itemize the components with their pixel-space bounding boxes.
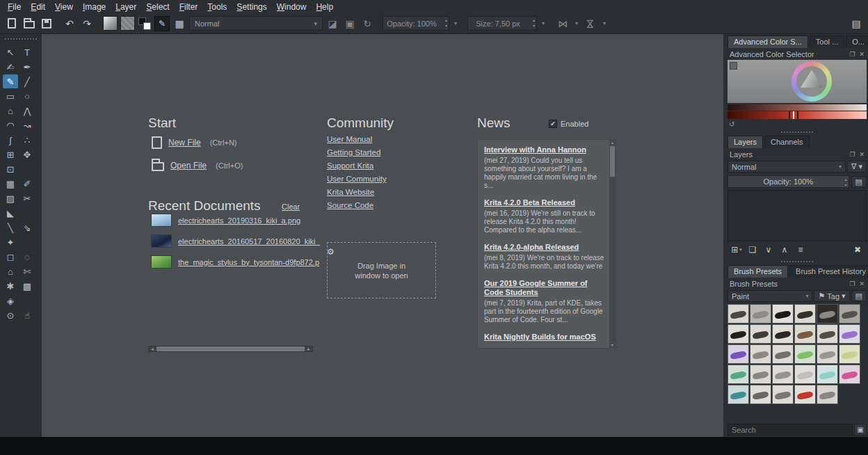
news-enabled-row[interactable]: ✔ Enabled bbox=[549, 120, 588, 128]
menu-layer[interactable]: Layer bbox=[111, 1, 141, 13]
multibrush-tool[interactable]: ∴ bbox=[19, 133, 35, 147]
scroll-down-icon[interactable]: ▾ bbox=[609, 342, 616, 348]
menu-filter[interactable]: Filter bbox=[175, 1, 203, 13]
layer-opacity-slider[interactable]: Opacity: 100% ▴▾ bbox=[728, 175, 849, 188]
gradient-tool[interactable]: ▦ bbox=[3, 177, 18, 191]
brush-preset[interactable] bbox=[794, 385, 816, 404]
clear-recent-link[interactable]: Clear bbox=[282, 202, 300, 211]
size-dropdown-button[interactable]: ▾ bbox=[539, 16, 547, 31]
opacity-slider[interactable]: Opacity: 100% ▴▾ bbox=[383, 16, 449, 31]
measure-tool[interactable]: ⇘ bbox=[19, 221, 35, 234]
brush-search-input[interactable] bbox=[728, 424, 853, 436]
bezier-curve-tool[interactable]: ◠ bbox=[3, 118, 18, 132]
recent-document-link[interactable]: electrichearts_20160517_20160820_kiki_ bbox=[178, 237, 320, 246]
brush-preset[interactable] bbox=[772, 304, 794, 324]
menu-window[interactable]: Window bbox=[272, 1, 312, 13]
new-document-button[interactable] bbox=[4, 16, 19, 31]
transform-tool[interactable]: ⊞ bbox=[3, 147, 18, 161]
brush-preset[interactable] bbox=[839, 344, 860, 364]
new-file-link[interactable]: New File bbox=[168, 138, 201, 147]
move-layer-up-button[interactable]: ∧ bbox=[779, 244, 790, 256]
shade-selector-strip[interactable] bbox=[728, 111, 867, 119]
menu-help[interactable]: Help bbox=[311, 1, 338, 13]
rectangular-selection-tool[interactable]: ◻ bbox=[3, 250, 18, 264]
brush-preset[interactable] bbox=[728, 385, 749, 404]
polyline-tool[interactable]: ⋀ bbox=[19, 104, 35, 118]
spinner-icons[interactable]: ▴▾ bbox=[533, 17, 535, 29]
open-file-link[interactable]: Open File bbox=[170, 161, 207, 170]
advanced-color-selector[interactable] bbox=[728, 60, 867, 103]
mirror-vertical-button[interactable]: ⋈ bbox=[583, 16, 598, 31]
brush-presets-chooser-button[interactable]: ▦ bbox=[172, 16, 187, 31]
open-document-button[interactable] bbox=[22, 16, 37, 31]
brush-tag-filter-combo[interactable]: Paint ▾ bbox=[728, 290, 812, 302]
delete-layer-button[interactable]: ✖ bbox=[852, 244, 863, 256]
recent-document-link[interactable]: electrichearts_20190316_kiki_a.png bbox=[178, 216, 300, 225]
fill-tool[interactable]: ◣ bbox=[3, 206, 18, 220]
brush-preset[interactable] bbox=[750, 324, 771, 344]
menu-tools[interactable]: Tools bbox=[202, 1, 232, 13]
news-item-title[interactable]: Interview with Anna Hannon bbox=[484, 145, 605, 154]
brush-preset[interactable] bbox=[728, 365, 749, 384]
add-layer-button[interactable]: ⊞▾ bbox=[731, 244, 742, 256]
news-item[interactable]: Krita 4.2.0-alpha Released (mei 8, 2019)… bbox=[484, 243, 605, 271]
brush-preset[interactable] bbox=[750, 344, 771, 364]
pattern-edit-tool[interactable]: ▨ bbox=[3, 191, 18, 205]
toolbox-spacer[interactable] bbox=[19, 162, 35, 176]
blending-options-button[interactable]: ▣ bbox=[342, 16, 357, 31]
brush-preset[interactable] bbox=[772, 344, 794, 364]
news-scrollbar[interactable]: ▴ ▾ bbox=[609, 140, 616, 348]
brush-preset[interactable] bbox=[794, 344, 816, 364]
docker-tab[interactable]: Tool ... bbox=[810, 35, 844, 48]
layer-filter-button[interactable]: ∇ ▾ bbox=[847, 161, 867, 173]
contiguous-selection-tool[interactable]: ▩ bbox=[19, 279, 35, 293]
freehand-selection-tool[interactable]: ✄ bbox=[19, 264, 35, 278]
new-file-row[interactable]: New File (Ctrl+N) bbox=[152, 136, 237, 149]
magnetic-selection-tool[interactable]: ◈ bbox=[3, 294, 18, 308]
brush-preset[interactable] bbox=[750, 385, 771, 404]
brush-preset[interactable] bbox=[794, 365, 816, 384]
reload-preset-button[interactable]: ↻ bbox=[360, 16, 375, 31]
news-item[interactable]: Krita 4.2.0 Beta Released (mei 16, 2019)… bbox=[484, 198, 605, 234]
recent-document-row[interactable]: electrichearts_20190316_kiki_a.png bbox=[151, 214, 320, 227]
search-options-button[interactable]: ▣ bbox=[854, 424, 867, 436]
scroll-right-icon[interactable]: ▸ bbox=[305, 346, 312, 351]
recent-document-row[interactable]: electrichearts_20160517_20160820_kiki_ bbox=[151, 234, 320, 248]
eraser-toggle-button[interactable]: ◪ bbox=[325, 16, 340, 31]
color-sampler-tool[interactable]: ✐ bbox=[19, 177, 35, 191]
color-wheel[interactable] bbox=[791, 61, 832, 102]
toolbox-spacer[interactable] bbox=[19, 235, 35, 249]
docker-tab[interactable]: Brush Preset History bbox=[789, 265, 868, 278]
brush-preset[interactable] bbox=[839, 365, 860, 384]
float-docker-icon[interactable]: ❐ bbox=[849, 51, 855, 58]
scroll-left-icon[interactable]: ◂ bbox=[149, 346, 156, 351]
toolbox-spacer[interactable] bbox=[19, 294, 35, 308]
brush-preset[interactable] bbox=[728, 344, 749, 364]
menu-image[interactable]: Image bbox=[78, 1, 111, 13]
docker-tab[interactable]: Advanced Color S... bbox=[728, 35, 808, 48]
link-user-manual[interactable]: User Manual bbox=[327, 135, 372, 143]
mirror-horizontal-options-button[interactable]: ▾ bbox=[572, 16, 581, 31]
layer-blending-mode-combo[interactable]: Normal ▾ bbox=[728, 161, 846, 173]
calligraphy-tool[interactable]: ✒ bbox=[19, 60, 35, 74]
opacity-dropdown-button[interactable]: ▾ bbox=[451, 16, 460, 31]
scrollbar-thumb[interactable] bbox=[610, 146, 615, 177]
reference-images-tool[interactable]: ✦ bbox=[3, 235, 18, 249]
layer-properties-button[interactable]: ≡ bbox=[795, 244, 806, 256]
menu-select[interactable]: Select bbox=[141, 1, 174, 13]
news-item[interactable]: Interview with Anna Hannon (mei 27, 2019… bbox=[484, 145, 605, 190]
close-docker-icon[interactable]: ✕ bbox=[859, 51, 865, 58]
pattern-chooser-button[interactable] bbox=[120, 16, 135, 31]
link-user-community[interactable]: User Community bbox=[327, 175, 387, 183]
link-source-code[interactable]: Source Code bbox=[327, 201, 373, 209]
brush-preset[interactable] bbox=[839, 304, 860, 324]
news-item[interactable]: Our 2019 Google Summer of Code Students … bbox=[484, 279, 605, 324]
docker-drag-handle[interactable] bbox=[781, 261, 813, 262]
move-tool[interactable]: ✥ bbox=[19, 147, 35, 161]
docker-tab[interactable]: O... bbox=[846, 35, 868, 48]
toolbar-overflow-button[interactable]: ▤ bbox=[849, 16, 864, 31]
line-tool[interactable]: ╱ bbox=[19, 74, 35, 88]
tag-button[interactable]: ⚑ Tag ▾ bbox=[814, 290, 849, 302]
freehand-brush-tool[interactable]: ✎ bbox=[3, 74, 18, 88]
open-file-row[interactable]: Open File (Ctrl+O) bbox=[152, 159, 243, 171]
